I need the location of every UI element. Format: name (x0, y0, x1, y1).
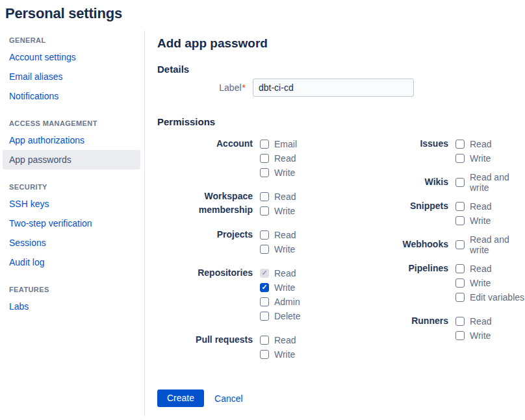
checkbox-unchecked-icon[interactable] (260, 336, 269, 345)
checkbox-unchecked-icon[interactable] (455, 202, 465, 211)
sidebar-item-sessions[interactable]: Sessions (3, 233, 140, 253)
checkbox-label: Read (274, 230, 296, 240)
sidebar-nav: GENERALAccount settingsEmail aliasesNoti… (0, 31, 144, 416)
checkbox-label: Read (470, 139, 491, 149)
permission-group-items: ReadWrite (260, 190, 296, 218)
checkbox-label: Admin (274, 297, 300, 307)
permission-snippets-read[interactable]: Read (455, 199, 491, 213)
permission-group-wikis: WikisRead and write (364, 175, 525, 190)
permission-group-runners: RunnersReadWrite (364, 314, 525, 343)
permission-wikis-read-and-write[interactable]: Read and write (455, 175, 525, 189)
sidebar-item-audit-log[interactable]: Audit log (3, 253, 140, 272)
checkbox-unchecked-icon[interactable] (260, 350, 269, 359)
checkbox-label: Read (470, 201, 491, 212)
checkbox-unchecked-icon[interactable] (455, 293, 465, 302)
permission-group-items: EmailReadWrite (260, 137, 297, 180)
permission-snippets-write[interactable]: Write (455, 214, 491, 227)
permission-projects-write[interactable]: Write (260, 242, 296, 256)
permission-account-email[interactable]: Email (260, 137, 297, 151)
permission-group-label-repositories: Repositories (157, 266, 253, 323)
checkbox-unchecked-icon[interactable] (455, 264, 465, 273)
permission-group-projects: ProjectsReadWrite (157, 228, 364, 256)
checkbox-unchecked-icon[interactable] (260, 168, 269, 177)
permission-repositories-write[interactable]: ✓Write (260, 280, 300, 294)
checkbox-label: Write (274, 167, 295, 178)
permission-workspace-membership-write[interactable]: Write (260, 204, 296, 217)
label-input[interactable] (253, 79, 414, 97)
create-button[interactable]: Create (157, 389, 204, 407)
permission-runners-read[interactable]: Read (455, 314, 491, 328)
permission-repositories-delete[interactable]: Delete (260, 309, 300, 323)
checkbox-label: Delete (274, 311, 300, 321)
sidebar-item-email-aliases[interactable]: Email aliases (3, 67, 140, 86)
checkbox-unchecked-icon[interactable] (455, 317, 465, 326)
checkbox-unchecked-icon[interactable] (260, 230, 269, 240)
checkbox-unchecked-icon[interactable] (260, 245, 269, 254)
permission-group-repositories: Repositories✓Read✓WriteAdminDelete (157, 266, 364, 323)
checkbox-unchecked-icon[interactable] (455, 278, 465, 288)
sidebar-item-notifications[interactable]: Notifications (3, 86, 140, 106)
permission-account-read[interactable]: Read (260, 151, 297, 165)
permission-group-items: ReadWrite (455, 199, 491, 228)
permission-pipelines-read[interactable]: Read (455, 262, 524, 275)
permission-group-label-runners: Runners (364, 314, 448, 343)
permission-issues-write[interactable]: Write (455, 151, 491, 165)
permission-pull-requests-read[interactable]: Read (260, 333, 296, 347)
sidebar-item-account-settings[interactable]: Account settings (3, 47, 140, 67)
main-heading: Add app password (157, 35, 525, 52)
permission-group-items: ReadWrite (455, 137, 491, 166)
checkbox-unchecked-icon[interactable] (455, 154, 465, 163)
checkbox-label: Read and write (470, 234, 525, 255)
checkbox-unchecked-icon[interactable] (455, 140, 465, 149)
checkbox-unchecked-icon[interactable] (260, 140, 269, 149)
permission-account-write[interactable]: Write (260, 166, 297, 179)
permission-pull-requests-write[interactable]: Write (260, 347, 296, 361)
checkbox-unchecked-icon[interactable] (455, 216, 465, 225)
permission-projects-read[interactable]: Read (260, 228, 296, 241)
sidebar-item-app-authorizations[interactable]: App authorizations (3, 130, 140, 150)
permission-pipelines-write[interactable]: Write (455, 276, 524, 290)
required-indicator: * (242, 82, 246, 93)
permission-group-label-pipelines: Pipelines (364, 262, 448, 304)
checkbox-unchecked-icon[interactable] (260, 312, 269, 321)
label-field-label-text: Label (219, 82, 241, 93)
checkbox-unchecked-icon[interactable] (455, 331, 465, 340)
checkbox-label: Read (470, 316, 491, 327)
permission-runners-write[interactable]: Write (455, 328, 491, 342)
sidebar-item-two-step-verification[interactable]: Two-step verification (3, 214, 140, 233)
label-form-row: Label* (157, 79, 525, 97)
checkbox-checked-icon[interactable]: ✓ (260, 283, 269, 292)
permission-webhooks-read-and-write[interactable]: Read and write (455, 238, 525, 251)
settings-layout: GENERALAccount settingsEmail aliasesNoti… (0, 31, 525, 416)
checkbox-label: Write (274, 349, 295, 360)
checkbox-unchecked-icon[interactable] (455, 178, 465, 187)
main-content: Add app password Details Label* Permissi… (144, 31, 525, 416)
checkbox-unchecked-icon[interactable] (455, 240, 465, 249)
cancel-link[interactable]: Cancel (214, 393, 243, 404)
permission-pipelines-edit-variables[interactable]: Edit variables (455, 290, 524, 304)
permission-issues-read[interactable]: Read (455, 137, 491, 151)
checkbox-label: Read and write (470, 172, 525, 193)
checkbox-label: Write (470, 330, 491, 341)
checkbox-label: Write (274, 206, 295, 216)
permission-group-account: AccountEmailReadWrite (157, 137, 364, 180)
checkbox-label: Read (274, 268, 296, 278)
permission-group-label-projects: Projects (157, 228, 253, 256)
permission-group-label-webhooks: Webhooks (364, 238, 448, 252)
checkbox-unchecked-icon[interactable] (260, 192, 269, 201)
permission-group-items: Read and write (455, 175, 525, 190)
checkbox-label: Write (470, 278, 491, 288)
sidebar-item-labs[interactable]: Labs (3, 297, 140, 316)
permission-group-workspace-membership: Workspace membershipReadWrite (157, 190, 364, 218)
sidebar-item-ssh-keys[interactable]: SSH keys (3, 194, 140, 214)
permission-group-pipelines: PipelinesReadWriteEdit variables (364, 262, 525, 304)
checkbox-unchecked-icon[interactable] (260, 154, 269, 163)
permission-repositories-admin[interactable]: Admin (260, 295, 300, 308)
checkbox-label: Read (274, 335, 296, 345)
checkbox-unchecked-icon[interactable] (260, 297, 269, 306)
permission-group-items: ReadWrite (260, 333, 296, 362)
sidebar-item-app-passwords[interactable]: App passwords (3, 150, 140, 169)
checkbox-unchecked-icon[interactable] (260, 206, 269, 216)
permission-workspace-membership-read[interactable]: Read (260, 190, 296, 203)
permission-group-webhooks: WebhooksRead and write (364, 238, 525, 252)
